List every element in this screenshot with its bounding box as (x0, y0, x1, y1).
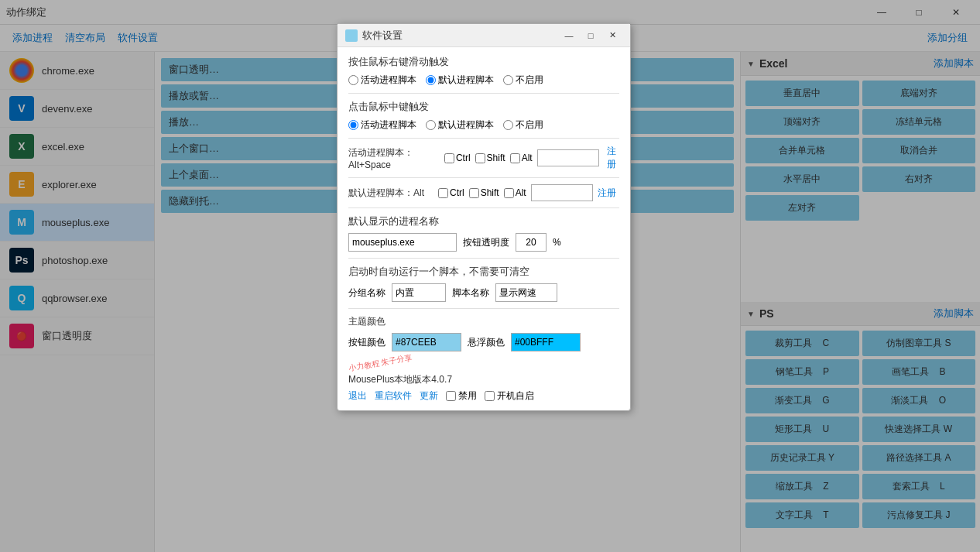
middle-click-option-active[interactable]: 活动进程脚本 (348, 118, 416, 132)
disable-checkbox[interactable] (446, 391, 456, 401)
right-click-title: 按住鼠标右键滑动触发 (348, 55, 619, 69)
active-alt-label[interactable]: Alt (510, 153, 533, 163)
separator-1 (348, 93, 619, 94)
separator-6 (348, 308, 619, 309)
active-alt-checkbox[interactable] (510, 153, 520, 163)
script-input[interactable] (495, 283, 557, 302)
middle-click-radio-active[interactable] (348, 120, 358, 130)
version-text: MousePlus本地版本4.0.7 (348, 373, 619, 386)
process-name-label: 默认显示的进程名称 (348, 214, 619, 228)
modal-overlay: 软件设置 — □ ✕ 按住鼠标右键滑动触发 活动进程脚本 默认进程脚本 (0, 0, 980, 552)
active-ctrl-label[interactable]: Ctrl (444, 153, 471, 163)
right-click-option-default[interactable]: 默认进程脚本 (426, 74, 494, 87)
separator-4 (348, 207, 619, 208)
disable-label[interactable]: 禁用 (446, 389, 477, 403)
right-click-radio-disabled[interactable] (503, 75, 513, 85)
dialog-icon (345, 29, 358, 42)
active-shift-checkbox[interactable] (475, 153, 485, 163)
dialog-title: 软件设置 (362, 29, 559, 43)
percent-sign: % (553, 237, 561, 248)
theme-row: 按钮颜色 悬浮颜色 (348, 333, 619, 351)
middle-click-radio-disabled[interactable] (503, 120, 513, 130)
active-ctrl-checkbox[interactable] (444, 153, 454, 163)
hover-color-label: 悬浮颜色 (468, 336, 505, 349)
default-shortcut-input[interactable] (531, 184, 593, 201)
process-name-row: 按钮透明度 % (348, 233, 619, 252)
right-click-option-disabled[interactable]: 不启用 (503, 74, 543, 87)
update-button[interactable]: 更新 (420, 389, 438, 403)
auto-run-label: 启动时自动运行一个脚本，不需要可清空 (348, 265, 619, 279)
default-alt-label[interactable]: Alt (504, 187, 526, 198)
default-alt-checkbox[interactable] (504, 188, 514, 198)
group-label: 分组名称 (348, 286, 385, 300)
default-shortcut-label: 默认进程脚本：Alt (348, 187, 433, 200)
middle-click-section: 点击鼠标中键触发 活动进程脚本 默认进程脚本 不启用 (348, 100, 619, 132)
theme-section: 主题颜色 按钮颜色 悬浮颜色 (348, 315, 619, 351)
default-process-shortcut-row: 默认进程脚本：Alt Ctrl Shift Alt 注册 (348, 184, 619, 201)
settings-dialog: 软件设置 — □ ✕ 按住鼠标右键滑动触发 活动进程脚本 默认进程脚本 (337, 23, 631, 411)
right-click-radio-group: 活动进程脚本 默认进程脚本 不启用 (348, 74, 619, 87)
default-register-button[interactable]: 注册 (598, 187, 616, 200)
active-shortcut-label: 活动进程脚本：Alt+Space (348, 146, 440, 170)
middle-click-option-default[interactable]: 默认进程脚本 (426, 118, 494, 132)
default-shift-checkbox[interactable] (469, 188, 479, 198)
active-register-button[interactable]: 注册 (604, 145, 619, 171)
active-shortcut-input[interactable] (537, 149, 599, 166)
right-click-option-active[interactable]: 活动进程脚本 (348, 74, 416, 87)
separator-2 (348, 138, 619, 139)
restart-button[interactable]: 重启软件 (375, 389, 412, 403)
middle-click-radio-default[interactable] (426, 120, 436, 130)
dialog-body: 按住鼠标右键滑动触发 活动进程脚本 默认进程脚本 不启用 (338, 47, 630, 410)
separator-5 (348, 258, 619, 259)
button-color-input[interactable] (392, 333, 461, 351)
startup-checkbox[interactable] (485, 391, 495, 401)
right-click-radio-active[interactable] (348, 75, 358, 85)
script-label: 脚本名称 (452, 286, 489, 300)
process-name-input[interactable] (348, 233, 457, 252)
footer-row: 退出 重启软件 更新 禁用 开机自启 (348, 389, 619, 403)
dialog-controls: — □ ✕ (559, 28, 622, 43)
hover-color-input[interactable] (511, 333, 581, 351)
opacity-input[interactable] (516, 233, 547, 252)
default-ctrl-checkbox[interactable] (438, 188, 448, 198)
default-shift-label[interactable]: Shift (469, 187, 499, 198)
exit-button[interactable]: 退出 (348, 389, 367, 403)
dialog-maximize-button[interactable]: □ (581, 28, 601, 43)
active-shift-label[interactable]: Shift (475, 153, 505, 163)
separator-3 (348, 177, 619, 178)
right-click-section: 按住鼠标右键滑动触发 活动进程脚本 默认进程脚本 不启用 (348, 55, 619, 87)
active-process-shortcut-row: 活动进程脚本：Alt+Space Ctrl Shift Alt 注册 (348, 145, 619, 171)
dialog-minimize-button[interactable]: — (559, 28, 579, 43)
right-click-radio-default[interactable] (426, 75, 436, 85)
theme-title: 主题颜色 (348, 315, 619, 328)
button-color-label: 按钮颜色 (348, 336, 385, 349)
middle-click-title: 点击鼠标中键触发 (348, 100, 619, 114)
middle-click-radio-group: 活动进程脚本 默认进程脚本 不启用 (348, 118, 619, 132)
middle-click-option-disabled[interactable]: 不启用 (503, 118, 543, 132)
auto-run-row: 分组名称 脚本名称 (348, 283, 619, 302)
default-ctrl-label[interactable]: Ctrl (438, 187, 464, 198)
auto-run-section: 启动时自动运行一个脚本，不需要可清空 分组名称 脚本名称 (348, 265, 619, 302)
watermark: 小力教程 朱子分享 (348, 352, 413, 374)
dialog-title-bar: 软件设置 — □ ✕ (338, 24, 630, 47)
startup-label[interactable]: 开机自启 (485, 389, 534, 403)
dialog-close-button[interactable]: ✕ (602, 28, 622, 43)
opacity-label: 按钮透明度 (463, 236, 509, 249)
group-input[interactable] (392, 283, 446, 302)
